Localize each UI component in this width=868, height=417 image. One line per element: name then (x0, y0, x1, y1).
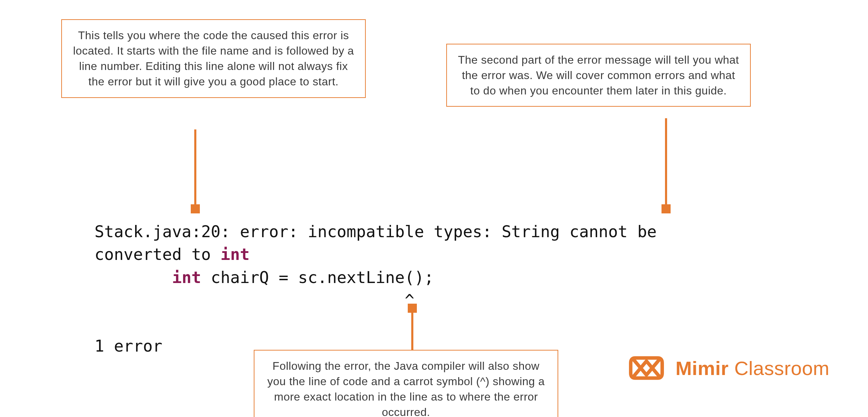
brand-name-light: Classroom (729, 357, 830, 379)
keyword-int: int (220, 245, 250, 264)
code-error-count: 1 error (94, 337, 162, 355)
mimir-logo-icon (627, 352, 666, 384)
compiler-error-output: Stack.java:20: error: incompatible types… (94, 220, 760, 358)
code-line-1: Stack.java:20: error: incompatible types… (94, 222, 657, 264)
keyword-int: int (172, 268, 201, 287)
callout-error-location: This tells you where the code the caused… (61, 19, 366, 98)
connector-message (665, 118, 667, 213)
callout-caret: Following the error, the Java compiler w… (254, 350, 558, 417)
diagram-canvas: This tells you where the code the caused… (0, 0, 868, 417)
code-caret-line: ^ (94, 291, 414, 310)
code-line-2: int chairQ = sc.nextLine(); (94, 268, 434, 287)
brand-logo-lockup: Mimir Classroom (627, 352, 830, 384)
connector-tip (191, 204, 200, 213)
brand-name-bold: Mimir (676, 357, 729, 379)
brand-text: Mimir Classroom (676, 357, 830, 380)
callout-error-message: The second part of the error message wil… (446, 44, 751, 107)
connector-tip (662, 204, 671, 213)
connector-location (194, 129, 196, 213)
